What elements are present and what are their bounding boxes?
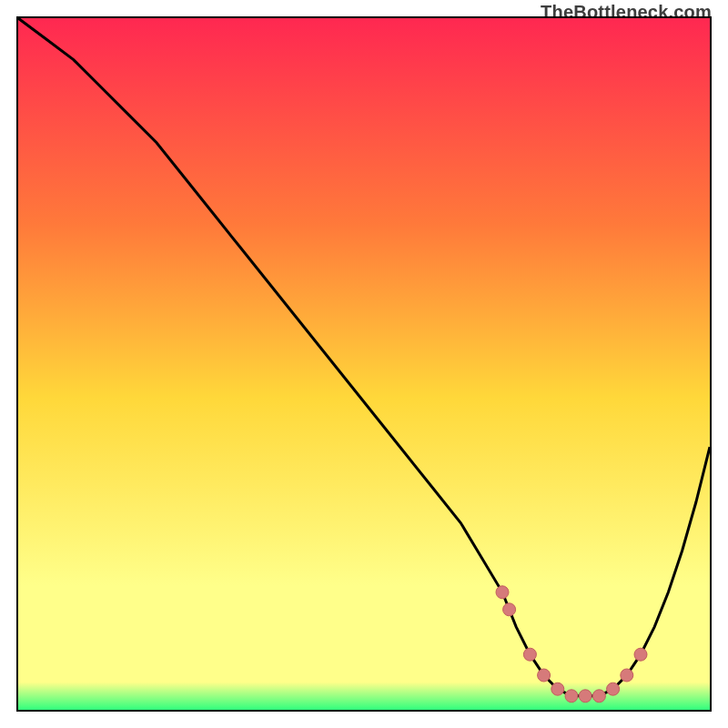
chart-stage: TheBottleneck.com (0, 0, 728, 728)
curve-marker (579, 690, 592, 703)
curve-marker (551, 682, 564, 695)
curve-marker (634, 648, 647, 661)
curve-marker (607, 682, 620, 695)
plot-area (16, 16, 712, 712)
curve-marker (503, 603, 516, 616)
curve-marker (523, 648, 536, 661)
curve-marker (565, 690, 578, 703)
curve-marker (592, 690, 605, 703)
curve-marker (496, 586, 509, 599)
plot-svg (18, 18, 710, 710)
gradient-background (18, 18, 710, 710)
curve-marker (538, 669, 551, 682)
curve-marker (621, 669, 633, 682)
